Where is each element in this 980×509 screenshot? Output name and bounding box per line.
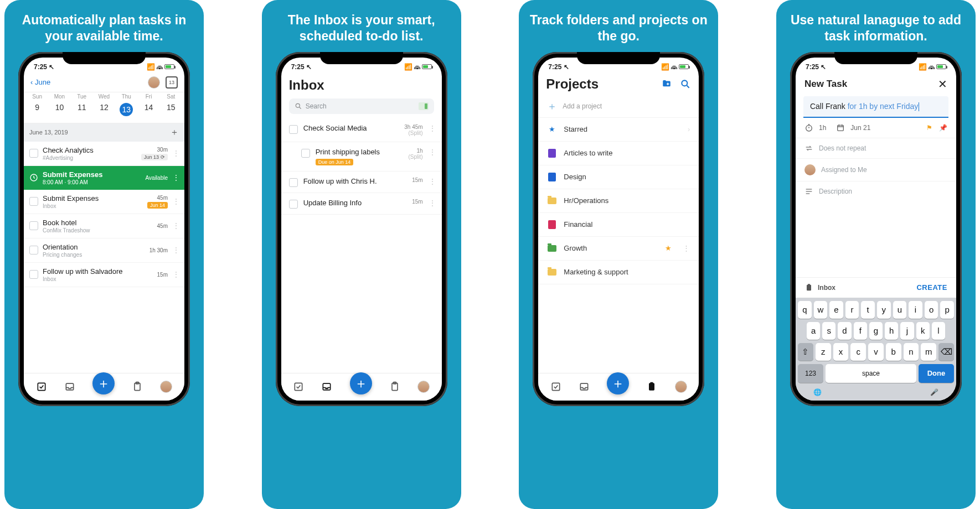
tray-tab-icon[interactable] [579,381,590,392]
create-button[interactable]: CREATE [916,283,947,292]
panel-caption: Use natural lanaguge to add task informa… [776,0,976,52]
clipboard-tab-icon[interactable] [132,381,143,392]
destination-selector[interactable]: Inbox [804,283,835,292]
add-folder-icon[interactable] [661,79,672,90]
star-icon: ★ [547,124,557,134]
panel-caption: The Inbox is your smart, scheduled to-do… [262,0,461,52]
task-row[interactable]: Check Analytics#Advertising 30mJun 13 ⟳ … [24,142,184,166]
filter-icon[interactable] [419,102,429,110]
selected-date[interactable]: 13 [115,101,137,118]
project-row[interactable]: Design [538,165,699,189]
inbox-row[interactable]: Print shipping labelsDue on Jun 14 1h(Sp… [281,142,442,172]
task-row[interactable]: Submit ExpensesInbox 45mJun 14 ⋮ [24,190,184,214]
avatar[interactable] [675,381,687,393]
add-fab-icon[interactable]: ＋ [607,372,629,394]
numeric-key[interactable]: 123 [798,364,823,383]
folder-icon [548,198,556,204]
svg-rect-1 [38,383,45,390]
task-row[interactable]: Book hotelConMix Tradeshow 45m ⋮ [24,214,184,238]
weekday-row: SunMonTueWedThuFriSat [24,92,184,100]
svg-rect-14 [651,382,653,384]
repeat-row[interactable]: Does not repeat [796,138,956,159]
clock-icon [29,173,38,182]
star-icon: ★ [665,244,672,252]
svg-rect-17 [807,284,811,290]
section-header: June 13, 2019 ＋ [24,123,184,142]
panel-projects: Track folders and projects on the go. 7:… [519,0,718,509]
calendar-icon[interactable]: 13 [166,76,178,89]
doc-icon [548,149,556,158]
clipboard-tab-icon[interactable] [389,381,400,392]
svg-rect-6 [295,383,302,390]
backspace-key[interactable]: ⌫ [938,343,954,361]
inbox-tab-icon[interactable] [36,381,47,392]
task-row[interactable]: Follow up with SalvadoreInbox 15m ⋮ [24,263,184,287]
inbox-row[interactable]: Update Billing Info 15m ⋮ [281,193,442,215]
keyboard[interactable]: qwertyuiop asdfghjkl ⇧ zxcvbnm ⌫ 123 spa… [796,298,956,401]
timer-icon [804,123,813,132]
tray-tab-icon[interactable] [321,381,332,392]
panel-caption: Automatically plan tasks in your availab… [4,0,204,52]
inbox-row[interactable]: Follow up with Chris H. 15m ⋮ [281,172,442,193]
globe-icon[interactable]: 🌐 [813,388,822,396]
add-fab-icon[interactable]: ＋ [350,372,372,394]
search-input[interactable]: Search [289,98,434,114]
inbox-tab-icon[interactable] [293,381,304,392]
avatar[interactable] [148,76,160,89]
clipboard-icon [804,283,813,292]
search-icon [295,102,302,110]
repeat-icon [804,144,813,153]
page-title: Projects [546,76,599,92]
svg-point-5 [296,103,300,107]
search-icon[interactable] [680,79,691,90]
close-icon[interactable]: ✕ [938,77,947,91]
panel-new-task: Use natural lanaguge to add task informa… [776,0,976,509]
panel-calendar: Automatically plan tasks in your availab… [4,0,204,509]
clipboard-tab-icon[interactable] [646,381,657,392]
project-row[interactable]: Growth ★ ⋮ [538,237,699,261]
calendar-icon [836,123,845,132]
add-project-row[interactable]: ＋ Add a project [538,95,699,118]
assignee-row[interactable]: Assigned to Me [796,159,956,181]
task-row-highlight[interactable]: Submit Expenses8:00 AM · 9:00 AM Availab… [24,166,184,190]
project-row[interactable]: Financial [538,213,699,237]
tray-tab-icon[interactable] [64,381,75,392]
project-row[interactable]: Marketing & support [538,261,699,284]
description-icon [804,187,813,196]
shift-key[interactable]: ⇧ [798,343,813,361]
space-key[interactable]: space [826,364,916,383]
doc-icon [548,220,556,229]
chevron-right-icon: › [688,125,690,133]
folder-icon [548,269,556,276]
flag-icon[interactable]: ⚑ [926,124,932,132]
checkbox[interactable] [29,149,38,158]
svg-rect-13 [649,383,654,390]
inbox-tab-icon[interactable] [550,381,561,392]
folder-icon [548,245,556,252]
mic-icon[interactable]: 🎤 [930,388,938,396]
key[interactable]: q [798,301,812,319]
bottom-tabbar[interactable]: ＋ [24,373,184,401]
task-row[interactable]: OrientationPricing changes 1h 30m ⋮ [24,238,184,263]
time-date-row[interactable]: 1h Jun 21 ⚑ 📌 [796,118,956,138]
project-row-starred[interactable]: ★ Starred › [538,118,699,142]
inbox-row[interactable]: Check Social Media 3h 45m(Split) ⋮ [281,118,442,142]
avatar[interactable] [160,381,172,393]
pin-icon[interactable]: 📌 [939,124,947,132]
date-row[interactable]: 9 10 11 12 13 14 15 [24,100,184,123]
page-title: New Task [804,79,847,90]
svg-rect-11 [552,383,559,390]
description-row[interactable]: Description [796,181,956,201]
add-fab-icon[interactable]: ＋ [92,372,115,394]
add-task-icon[interactable]: ＋ [170,127,179,138]
phone-mock: 7:25 ↖ 📶 ‹ June 13 SunMonTueWedThuFriSat… [18,52,190,406]
back-button[interactable]: ‹ June [30,78,50,86]
svg-rect-16 [838,125,844,131]
task-title-input[interactable]: Call Frank for 1h by next Friday [803,96,948,118]
page-title: Inbox [281,74,442,98]
avatar[interactable] [417,381,430,393]
project-row[interactable]: Hr/Operations [538,189,699,213]
panel-caption: Track folders and projects on the go. [519,0,718,52]
done-key[interactable]: Done [919,364,954,383]
project-row[interactable]: Articles to write [538,142,699,165]
